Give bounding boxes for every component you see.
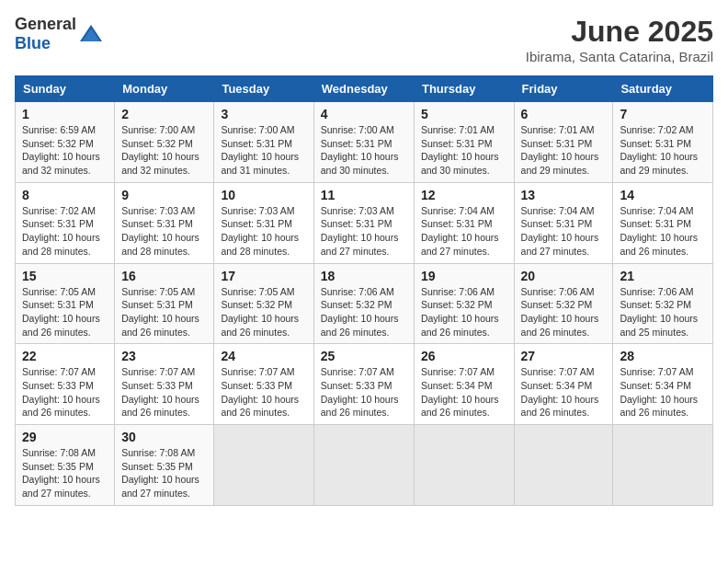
logo-text: General Blue — [15, 15, 76, 53]
weekday-saturday: Saturday — [613, 76, 713, 102]
logo-blue: Blue — [15, 34, 51, 52]
day-number: 10 — [221, 188, 306, 202]
calendar-cell: 30Sunrise: 7:08 AM Sunset: 5:35 PM Dayli… — [115, 425, 214, 506]
day-number: 21 — [620, 269, 706, 283]
day-info: Sunrise: 7:01 AM Sunset: 5:31 PM Dayligh… — [521, 123, 607, 178]
day-info: Sunrise: 6:59 AM Sunset: 5:32 PM Dayligh… — [22, 123, 108, 178]
day-number: 15 — [22, 269, 108, 283]
day-info: Sunrise: 7:05 AM Sunset: 5:31 PM Dayligh… — [121, 285, 207, 339]
day-info: Sunrise: 7:06 AM Sunset: 5:32 PM Dayligh… — [421, 285, 507, 339]
calendar-cell: 15Sunrise: 7:05 AM Sunset: 5:31 PM Dayli… — [16, 263, 115, 344]
day-info: Sunrise: 7:00 AM Sunset: 5:32 PM Dayligh… — [121, 123, 207, 178]
day-info: Sunrise: 7:03 AM Sunset: 5:31 PM Dayligh… — [121, 204, 207, 259]
day-info: Sunrise: 7:04 AM Sunset: 5:31 PM Dayligh… — [521, 204, 607, 259]
calendar-cell: 12Sunrise: 7:04 AM Sunset: 5:31 PM Dayli… — [414, 182, 514, 263]
day-info: Sunrise: 7:04 AM Sunset: 5:31 PM Dayligh… — [620, 204, 706, 259]
day-number: 28 — [620, 349, 706, 363]
day-number: 14 — [620, 188, 706, 202]
day-info: Sunrise: 7:05 AM Sunset: 5:31 PM Dayligh… — [22, 285, 108, 339]
calendar-cell — [514, 425, 613, 506]
calendar-week-3: 15Sunrise: 7:05 AM Sunset: 5:31 PM Dayli… — [16, 263, 713, 344]
calendar-cell: 20Sunrise: 7:06 AM Sunset: 5:32 PM Dayli… — [514, 263, 613, 344]
day-info: Sunrise: 7:07 AM Sunset: 5:34 PM Dayligh… — [421, 365, 507, 419]
page-header: General Blue June 2025 Ibirama, Santa Ca… — [15, 15, 713, 64]
day-number: 9 — [121, 188, 207, 202]
calendar-cell: 29Sunrise: 7:08 AM Sunset: 5:35 PM Dayli… — [16, 425, 115, 506]
calendar-cell — [414, 425, 514, 506]
day-info: Sunrise: 7:05 AM Sunset: 5:32 PM Dayligh… — [221, 285, 306, 339]
day-number: 24 — [221, 349, 306, 363]
calendar-cell: 14Sunrise: 7:04 AM Sunset: 5:31 PM Dayli… — [613, 182, 713, 263]
day-info: Sunrise: 7:06 AM Sunset: 5:32 PM Dayligh… — [521, 285, 607, 339]
weekday-header-row: SundayMondayTuesdayWednesdayThursdayFrid… — [16, 76, 713, 102]
day-number: 20 — [521, 269, 607, 283]
day-number: 8 — [22, 188, 108, 202]
calendar-week-2: 8Sunrise: 7:02 AM Sunset: 5:31 PM Daylig… — [16, 182, 713, 263]
day-number: 25 — [321, 349, 407, 363]
calendar-cell — [613, 425, 713, 506]
day-info: Sunrise: 7:06 AM Sunset: 5:32 PM Dayligh… — [321, 285, 407, 339]
calendar-cell: 19Sunrise: 7:06 AM Sunset: 5:32 PM Dayli… — [414, 263, 514, 344]
day-number: 26 — [421, 349, 507, 363]
calendar-cell: 10Sunrise: 7:03 AM Sunset: 5:31 PM Dayli… — [214, 182, 313, 263]
calendar-cell: 16Sunrise: 7:05 AM Sunset: 5:31 PM Dayli… — [115, 263, 214, 344]
month-title: June 2025 — [526, 15, 713, 49]
calendar-cell: 21Sunrise: 7:06 AM Sunset: 5:32 PM Dayli… — [613, 263, 713, 344]
weekday-tuesday: Tuesday — [214, 76, 313, 102]
day-number: 7 — [620, 107, 706, 121]
weekday-wednesday: Wednesday — [313, 76, 414, 102]
calendar-cell: 27Sunrise: 7:07 AM Sunset: 5:34 PM Dayli… — [514, 344, 613, 425]
day-number: 29 — [22, 430, 108, 444]
weekday-friday: Friday — [514, 76, 613, 102]
day-info: Sunrise: 7:08 AM Sunset: 5:35 PM Dayligh… — [121, 446, 207, 500]
calendar-cell: 11Sunrise: 7:03 AM Sunset: 5:31 PM Dayli… — [313, 182, 414, 263]
calendar-cell: 1Sunrise: 6:59 AM Sunset: 5:32 PM Daylig… — [16, 102, 115, 183]
day-number: 22 — [22, 349, 108, 363]
day-info: Sunrise: 7:01 AM Sunset: 5:31 PM Dayligh… — [421, 123, 507, 178]
day-number: 19 — [421, 269, 507, 283]
calendar-cell: 17Sunrise: 7:05 AM Sunset: 5:32 PM Dayli… — [214, 263, 313, 344]
calendar-cell: 8Sunrise: 7:02 AM Sunset: 5:31 PM Daylig… — [16, 182, 115, 263]
weekday-thursday: Thursday — [414, 76, 514, 102]
day-number: 5 — [421, 107, 507, 121]
calendar-week-5: 29Sunrise: 7:08 AM Sunset: 5:35 PM Dayli… — [16, 425, 713, 506]
day-number: 1 — [22, 107, 108, 121]
day-info: Sunrise: 7:03 AM Sunset: 5:31 PM Dayligh… — [221, 204, 306, 259]
calendar-cell: 4Sunrise: 7:00 AM Sunset: 5:31 PM Daylig… — [313, 102, 414, 183]
calendar-cell — [313, 425, 414, 506]
day-number: 4 — [321, 107, 407, 121]
calendar-cell: 13Sunrise: 7:04 AM Sunset: 5:31 PM Dayli… — [514, 182, 613, 263]
day-info: Sunrise: 7:03 AM Sunset: 5:31 PM Dayligh… — [321, 204, 407, 259]
day-info: Sunrise: 7:07 AM Sunset: 5:33 PM Dayligh… — [221, 365, 306, 419]
day-info: Sunrise: 7:07 AM Sunset: 5:33 PM Dayligh… — [121, 365, 207, 419]
day-info: Sunrise: 7:08 AM Sunset: 5:35 PM Dayligh… — [22, 446, 108, 500]
calendar-cell: 28Sunrise: 7:07 AM Sunset: 5:34 PM Dayli… — [613, 344, 713, 425]
day-number: 23 — [121, 349, 207, 363]
calendar-cell: 3Sunrise: 7:00 AM Sunset: 5:31 PM Daylig… — [214, 102, 313, 183]
day-info: Sunrise: 7:02 AM Sunset: 5:31 PM Dayligh… — [620, 123, 706, 178]
day-info: Sunrise: 7:07 AM Sunset: 5:33 PM Dayligh… — [22, 365, 108, 419]
calendar-cell: 5Sunrise: 7:01 AM Sunset: 5:31 PM Daylig… — [414, 102, 514, 183]
day-number: 17 — [221, 269, 306, 283]
calendar-cell: 25Sunrise: 7:07 AM Sunset: 5:33 PM Dayli… — [313, 344, 414, 425]
calendar-cell — [214, 425, 313, 506]
day-number: 12 — [421, 188, 507, 202]
day-number: 18 — [321, 269, 407, 283]
logo-icon — [78, 21, 104, 47]
day-info: Sunrise: 7:07 AM Sunset: 5:33 PM Dayligh… — [321, 365, 407, 419]
day-info: Sunrise: 7:06 AM Sunset: 5:32 PM Dayligh… — [620, 285, 706, 339]
calendar-table: SundayMondayTuesdayWednesdayThursdayFrid… — [15, 75, 713, 506]
weekday-monday: Monday — [115, 76, 214, 102]
logo: General Blue — [15, 15, 104, 53]
calendar-cell: 18Sunrise: 7:06 AM Sunset: 5:32 PM Dayli… — [313, 263, 414, 344]
day-number: 27 — [521, 349, 607, 363]
day-number: 11 — [321, 188, 407, 202]
calendar-cell: 23Sunrise: 7:07 AM Sunset: 5:33 PM Dayli… — [115, 344, 214, 425]
day-number: 3 — [221, 107, 306, 121]
location-subtitle: Ibirama, Santa Catarina, Brazil — [526, 49, 713, 64]
day-info: Sunrise: 7:00 AM Sunset: 5:31 PM Dayligh… — [321, 123, 407, 178]
day-info: Sunrise: 7:04 AM Sunset: 5:31 PM Dayligh… — [421, 204, 507, 259]
day-number: 16 — [121, 269, 207, 283]
day-number: 30 — [121, 430, 207, 444]
calendar-week-4: 22Sunrise: 7:07 AM Sunset: 5:33 PM Dayli… — [16, 344, 713, 425]
